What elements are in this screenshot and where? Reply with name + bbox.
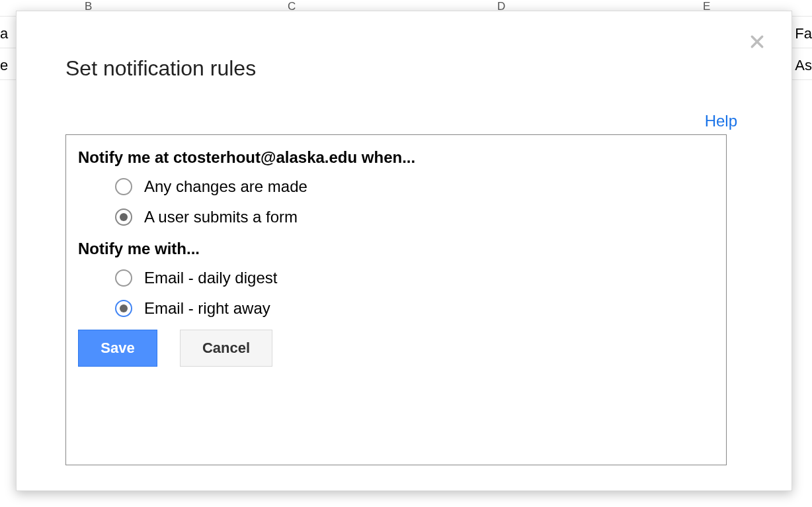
radio-icon [115, 178, 132, 195]
radio-icon [115, 300, 132, 317]
dialog-title: Set notification rules [65, 56, 256, 81]
radio-any-changes[interactable]: Any changes are made [115, 177, 714, 196]
rules-panel: Notify me at ctosterhout@alaska.edu when… [65, 134, 727, 465]
radio-email-right-away[interactable]: Email - right away [115, 299, 714, 318]
radio-icon [115, 208, 132, 226]
radio-icon [115, 269, 132, 287]
dialog-button-row: Save Cancel [78, 330, 714, 367]
notify-with-heading: Notify me with... [78, 240, 714, 258]
save-button[interactable]: Save [78, 330, 157, 367]
bg-cell-right-1: Fa [795, 25, 812, 42]
radio-label: Email - right away [144, 299, 270, 318]
close-icon [750, 34, 764, 49]
radio-user-submits-form[interactable]: A user submits a form [115, 208, 714, 226]
notify-when-heading: Notify me at ctosterhout@alaska.edu when… [78, 148, 714, 167]
cancel-button[interactable]: Cancel [180, 330, 272, 367]
radio-dot-icon [120, 304, 128, 312]
close-button[interactable] [747, 31, 768, 52]
bg-cell-left-1: a [0, 25, 8, 42]
radio-label: A user submits a form [144, 208, 298, 226]
help-link[interactable]: Help [705, 112, 737, 130]
radio-dot-icon [120, 213, 128, 221]
bg-cell-right-2: As [795, 57, 812, 74]
radio-label: Any changes are made [144, 177, 307, 196]
bg-cell-left-2: e [0, 57, 8, 74]
radio-label: Email - daily digest [144, 269, 277, 287]
notification-rules-dialog: Set notification rules Help Notify me at… [16, 11, 792, 491]
radio-email-daily-digest[interactable]: Email - daily digest [115, 269, 714, 287]
